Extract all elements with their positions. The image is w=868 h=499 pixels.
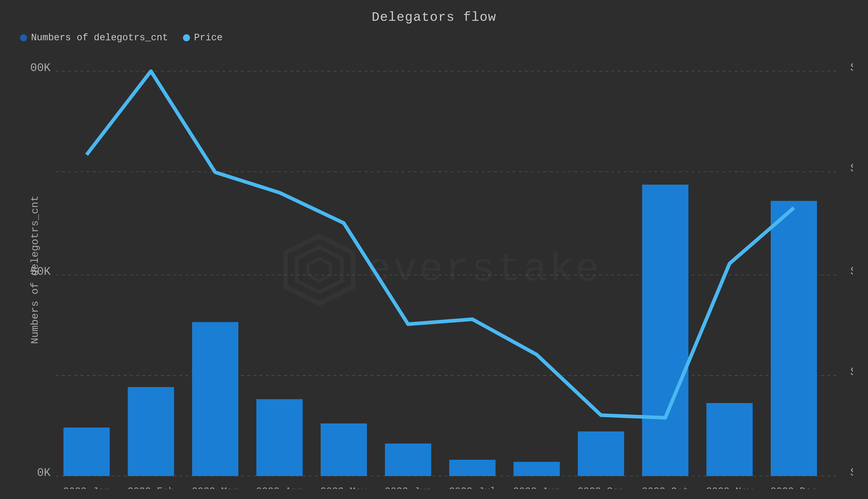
svg-text:2023 Aug: 2023 Aug — [513, 486, 560, 489]
bar-jun — [385, 443, 431, 476]
svg-text:$6: $6 — [851, 466, 853, 479]
svg-text:2023 Jun: 2023 Jun — [385, 486, 431, 489]
svg-text:$14: $14 — [851, 62, 853, 75]
chart-container: Delegators flow Numbers of delegotrs_cnt… — [0, 0, 868, 499]
svg-text:100K: 100K — [30, 62, 51, 75]
chart-legend: Numbers of delegotrs_cnt Price — [0, 25, 868, 50]
bar-dec — [771, 201, 817, 476]
bar-oct — [642, 185, 688, 476]
bar-sep — [578, 431, 624, 476]
legend-item-1: Numbers of delegotrs_cnt — [20, 32, 168, 43]
svg-marker-2 — [308, 258, 331, 281]
svg-text:2023 Nov: 2023 Nov — [706, 486, 753, 489]
bar-nov — [706, 403, 753, 476]
legend-dot-delegators — [20, 34, 27, 41]
bar-mar — [192, 322, 238, 476]
svg-text:$12: $12 — [851, 162, 853, 175]
bar-jul — [449, 460, 496, 476]
svg-marker-1 — [297, 247, 342, 292]
svg-text:2023 Jul: 2023 Jul — [449, 486, 496, 489]
chart-area: everstake 100K 50K 0K $14 $12 $10 $8 $6 … — [30, 50, 853, 489]
svg-text:$8: $8 — [851, 366, 853, 379]
svg-text:0K: 0K — [37, 466, 51, 479]
bar-apr — [256, 399, 303, 476]
bar-may — [321, 423, 367, 476]
watermark: everstake — [282, 232, 601, 307]
legend-item-2: Price — [183, 32, 222, 43]
bar-aug — [514, 462, 560, 476]
legend-dot-price — [183, 34, 190, 41]
bar-jan — [64, 428, 110, 476]
bar-feb — [127, 387, 174, 476]
legend-label-delegators: Numbers of delegotrs_cnt — [31, 32, 168, 43]
svg-text:$10: $10 — [851, 265, 853, 278]
chart-title: Delegators flow — [0, 0, 868, 25]
svg-text:2023 Feb: 2023 Feb — [127, 486, 174, 489]
svg-text:2023 Mar: 2023 Mar — [192, 486, 239, 489]
svg-text:2023 Jan: 2023 Jan — [63, 486, 110, 489]
svg-text:Numbers of delegotrs_cnt: Numbers of delegotrs_cnt — [30, 195, 41, 344]
svg-text:2023 May: 2023 May — [320, 486, 367, 489]
svg-text:2023 Oct: 2023 Oct — [642, 486, 688, 489]
svg-text:2023 Dec: 2023 Dec — [770, 486, 817, 489]
legend-label-price: Price — [194, 32, 222, 43]
svg-text:2023 Apr: 2023 Apr — [256, 486, 303, 489]
svg-text:2023 Sep: 2023 Sep — [577, 486, 624, 489]
